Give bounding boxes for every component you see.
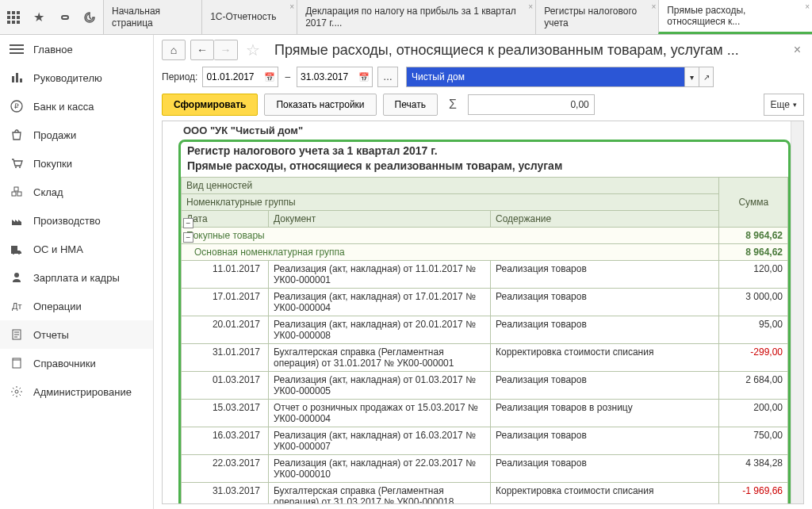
top-bar: ★ Начальная страница1С-Отчетность×Деклар… <box>0 0 812 35</box>
collapse-group2-icon[interactable]: − <box>183 232 193 243</box>
cell-date: 17.01.2017 <box>182 289 269 316</box>
forward-button[interactable]: → <box>214 40 238 60</box>
tab-close-icon[interactable]: × <box>651 2 656 12</box>
tab-1[interactable]: 1С-Отчетность× <box>201 0 297 34</box>
svg-rect-4 <box>12 16 15 19</box>
sidebar-item-label: Отчеты <box>33 329 69 341</box>
svg-text:₽: ₽ <box>14 102 19 110</box>
more-button[interactable]: Еще▾ <box>764 94 804 116</box>
svg-rect-0 <box>7 11 10 14</box>
cart-icon <box>10 156 24 170</box>
org-open-icon[interactable]: ↗ <box>699 67 713 86</box>
tab-close-icon[interactable]: × <box>805 2 810 12</box>
close-icon[interactable]: × <box>791 43 804 57</box>
cell-doc: Реализация (акт, накладная) от 11.01.201… <box>269 261 491 289</box>
collapse-group1-icon[interactable]: − <box>183 218 193 228</box>
sidebar-item-chart[interactable]: Руководителю <box>0 63 153 92</box>
table-row[interactable]: 22.03.2017Реализация (акт, накладная) от… <box>182 455 788 483</box>
header-content: Содержание <box>491 211 719 228</box>
header-sum: Сумма <box>719 178 788 228</box>
calendar-from-icon[interactable]: 📅 <box>262 67 278 86</box>
form-button[interactable]: Сформировать <box>162 94 258 116</box>
gear-icon <box>10 385 24 399</box>
titlebar: ⌂ ← → ☆ Прямые расходы, относящиеся к ре… <box>162 40 804 60</box>
group2-label[interactable]: Основная номенклатурная группа <box>182 244 719 261</box>
organization-input[interactable] <box>407 67 684 86</box>
table-row[interactable]: 31.01.2017Бухгалтерская справка (Регламе… <box>182 344 788 372</box>
sidebar-item-truck[interactable]: ОС и НМА <box>0 235 153 263</box>
sidebar-item-gear[interactable]: Администрирование <box>0 377 153 406</box>
tab-label: Начальная страница <box>112 6 193 29</box>
group1-label[interactable]: Покупные товары <box>182 228 719 244</box>
cell-sum: 750,00 <box>719 427 788 455</box>
favorite-star-icon[interactable]: ☆ <box>246 40 260 59</box>
sidebar-item-cart[interactable]: Покупки <box>0 149 153 178</box>
sidebar-item-book[interactable]: Справочники <box>0 349 153 377</box>
sidebar-item-label: Операции <box>33 300 82 312</box>
report-area[interactable]: ООО "УК "Чистый дом" Регистр налогового … <box>162 121 804 504</box>
svg-rect-13 <box>12 192 16 196</box>
sidebar-item-label: Администрирование <box>33 386 132 398</box>
svg-point-11 <box>15 166 17 168</box>
svg-rect-3 <box>7 16 10 19</box>
org-dropdown-icon[interactable]: ▾ <box>684 67 699 86</box>
sidebar-item-label: Справочники <box>33 358 96 369</box>
period-to-input[interactable] <box>297 67 356 86</box>
sidebar-item-person[interactable]: Зарплата и кадры <box>0 263 153 292</box>
table-row[interactable]: 17.01.2017Реализация (акт, накладная) от… <box>182 289 788 316</box>
home-button[interactable]: ⌂ <box>162 40 186 60</box>
period-picker-button[interactable]: … <box>377 67 398 87</box>
table-row[interactable]: 31.03.2017Бухгалтерская справка (Регламе… <box>182 483 788 505</box>
history-icon[interactable] <box>82 10 97 25</box>
cell-content: Корректировка стоимости списания <box>491 483 719 505</box>
link-icon[interactable] <box>57 10 71 25</box>
cell-content: Реализация товаров <box>491 261 719 289</box>
scrollbar[interactable] <box>791 121 803 503</box>
settings-button[interactable]: Показать настройки <box>264 94 376 116</box>
tab-close-icon[interactable]: × <box>528 2 533 12</box>
report-title-2: Прямые расходы, относящиеся к реализован… <box>181 159 788 177</box>
sidebar-item-boxes[interactable]: Склад <box>0 178 153 206</box>
sum-field[interactable]: 0,00 <box>468 94 595 115</box>
table-row[interactable]: 20.01.2017Реализация (акт, накладная) от… <box>182 316 788 344</box>
cell-sum: 3 000,00 <box>719 289 788 316</box>
sidebar-item-report[interactable]: Отчеты <box>0 320 153 349</box>
sidebar-item-factory[interactable]: Производство <box>0 206 153 235</box>
cell-date: 11.01.2017 <box>182 261 269 289</box>
calendar-to-icon[interactable]: 📅 <box>356 67 372 86</box>
ruble-icon: ₽ <box>10 99 24 113</box>
sidebar-item-ops[interactable]: ДтОперации <box>0 292 153 320</box>
cell-sum: 200,00 <box>719 400 788 427</box>
svg-point-16 <box>14 273 19 277</box>
company-name: ООО "УК "Чистый дом" <box>178 123 791 138</box>
bag-icon <box>10 128 24 142</box>
sidebar-item-label: ОС и НМА <box>33 243 83 255</box>
apps-icon[interactable] <box>6 10 21 25</box>
report-table: Вид ценностейСумма Номенклатурные группы… <box>181 177 788 504</box>
tab-2[interactable]: Декларация по налогу на прибыль за 1 ква… <box>297 0 535 34</box>
cell-date: 22.03.2017 <box>182 455 269 483</box>
page-title: Прямые расходы, относящиеся к реализован… <box>274 42 739 59</box>
sidebar-item-menu[interactable]: Главное <box>0 35 153 63</box>
header-date: Дата <box>182 211 269 228</box>
sidebar-item-bag[interactable]: Продажи <box>0 121 153 149</box>
tab-close-icon[interactable]: × <box>289 2 294 12</box>
header-vid: Вид ценностей <box>182 178 719 194</box>
tab-3[interactable]: Регистры налогового учета× <box>535 0 658 34</box>
print-button[interactable]: Печать <box>383 94 438 116</box>
tab-0[interactable]: Начальная страница <box>103 0 201 34</box>
back-button[interactable]: ← <box>190 40 214 60</box>
star-icon[interactable]: ★ <box>32 10 46 25</box>
cell-date: 16.03.2017 <box>182 427 269 455</box>
table-row[interactable]: 16.03.2017Реализация (акт, накладная) от… <box>182 427 788 455</box>
table-row[interactable]: 01.03.2017Реализация (акт, накладная) от… <box>182 372 788 400</box>
table-row[interactable]: 15.03.2017Отчет о розничных продажах от … <box>182 400 788 427</box>
period-from-input[interactable] <box>203 67 262 86</box>
cell-date: 01.03.2017 <box>182 372 269 400</box>
cell-content: Корректировка стоимости списания <box>491 344 719 372</box>
table-row[interactable]: 11.01.2017Реализация (акт, накладная) от… <box>182 261 788 289</box>
sidebar-item-label: Зарплата и кадры <box>33 272 120 284</box>
tab-4[interactable]: Прямые расходы, относящиеся к...× <box>658 0 812 34</box>
sidebar-item-ruble[interactable]: ₽Банк и касса <box>0 92 153 121</box>
cell-doc: Бухгалтерская справка (Регламентная опер… <box>269 344 491 372</box>
